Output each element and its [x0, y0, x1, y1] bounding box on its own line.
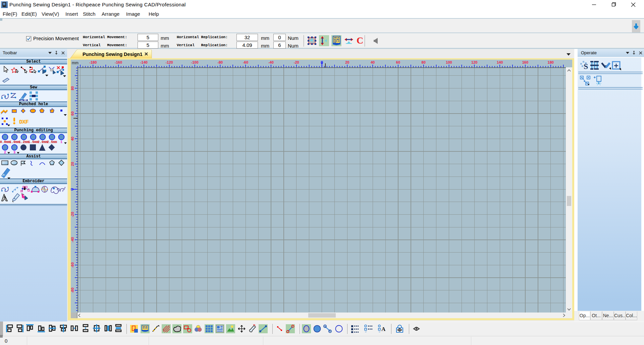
svg-text:1.2mm: 1.2mm	[19, 140, 29, 144]
svg-text:80: 80	[422, 60, 426, 64]
svg-text:-20: -20	[294, 60, 299, 64]
svg-text:2.0mm: 2.0mm	[38, 140, 48, 144]
svg-text:-40: -40	[268, 60, 274, 64]
svg-text:1.0mm: 1.0mm	[9, 140, 19, 144]
svg-text:S: S	[584, 62, 588, 70]
svg-text:0: 0	[71, 188, 74, 190]
svg-text:3: 3	[13, 150, 16, 154]
svg-text:120: 120	[471, 60, 477, 64]
svg-text:-100: -100	[191, 60, 198, 64]
svg-text:20: 20	[71, 162, 74, 166]
svg-text:-80: -80	[71, 288, 74, 293]
svg-text:-20: -20	[71, 212, 74, 217]
svg-text:DXF: DXF	[19, 119, 29, 125]
svg-text:-80: -80	[217, 60, 223, 64]
svg-text:60: 60	[396, 60, 400, 64]
svg-text:-60: -60	[243, 60, 248, 64]
svg-text:-60: -60	[71, 262, 74, 268]
svg-text:2.5mm: 2.5mm	[47, 140, 57, 144]
svg-text:2: 2	[4, 150, 6, 154]
svg-text:-120: -120	[166, 60, 173, 64]
svg-text:1.5mm: 1.5mm	[28, 140, 38, 144]
svg-text:1: 1	[60, 140, 62, 144]
svg-text:-140: -140	[140, 60, 148, 64]
svg-text:160: 160	[522, 60, 528, 64]
svg-text:60: 60	[71, 112, 74, 116]
svg-text:100: 100	[446, 60, 452, 64]
svg-text:80: 80	[71, 86, 74, 90]
svg-text:-180: -180	[89, 60, 97, 64]
svg-text:20: 20	[345, 60, 349, 64]
svg-text:0: 0	[321, 60, 323, 65]
svg-text:Punching Sewing Design1: Punching Sewing Design1	[83, 52, 143, 57]
svg-text:40: 40	[71, 137, 74, 141]
svg-text:-40: -40	[71, 237, 74, 243]
svg-text:0.8mm: 0.8mm	[0, 140, 10, 144]
svg-text:A: A	[381, 326, 386, 332]
svg-text:-160: -160	[115, 60, 122, 64]
svg-text:40: 40	[371, 60, 375, 64]
svg-text:140: 140	[497, 60, 503, 64]
svg-text:180: 180	[548, 60, 554, 64]
